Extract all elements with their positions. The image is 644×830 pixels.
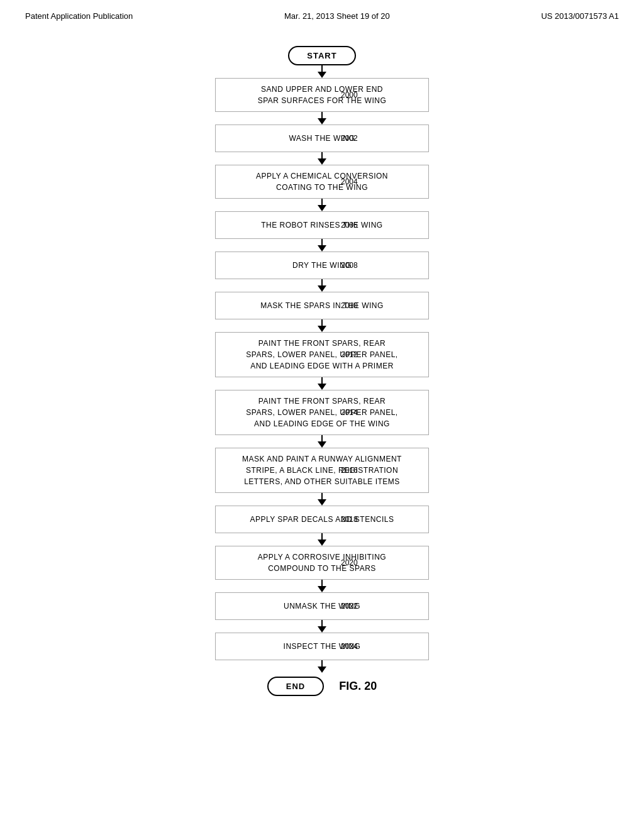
start-connector: START: [0, 46, 644, 65]
arrow-line: [321, 493, 323, 499]
arrow-head: [318, 499, 326, 506]
header-publication: Patent Application Publication: [25, 11, 133, 21]
step-id-label: 2016: [341, 466, 358, 475]
step-id-label: 2008: [341, 261, 358, 270]
arrow-line: [321, 319, 323, 326]
step-row: 2006THE ROBOT RINSES THE WING: [215, 211, 429, 239]
step-id-label: 2002: [341, 134, 358, 143]
arrow-connector: [215, 239, 429, 252]
step-id-label: 2018: [341, 515, 358, 524]
step-id-label: 2004: [341, 177, 358, 186]
arrow-connector: [215, 493, 429, 506]
arrow-connector: [215, 377, 429, 390]
end-row: ENDFIG. 20: [0, 677, 644, 696]
arrow-line: [321, 620, 323, 626]
step-box: THE ROBOT RINSES THE WING: [215, 211, 429, 239]
step-box: UNMASK THE WING: [215, 592, 429, 620]
arrow-line: [321, 533, 323, 540]
step-row: 2016MASK AND PAINT A RUNWAY ALIGNMENT ST…: [215, 448, 429, 493]
step-box: APPLY SPAR DECALS AND STENCILS: [215, 506, 429, 533]
arrow-connector: [215, 152, 429, 165]
step-row: 2014PAINT THE FRONT SPARS, REAR SPARS, L…: [215, 390, 429, 435]
flowchart: 2000SAND UPPER AND LOWER END SPAR SURFAC…: [215, 65, 429, 660]
end-oval: END: [267, 677, 324, 696]
fig-label: FIG. 20: [339, 680, 377, 693]
arrow-head: [318, 205, 326, 211]
start-oval: START: [288, 46, 355, 65]
step-box: APPLY A CHEMICAL CONVERSION COATING TO T…: [215, 165, 429, 199]
arrow-line: [321, 199, 323, 205]
arrow-head: [318, 626, 326, 633]
header-date: Mar. 21, 2013 Sheet 19 of 20: [284, 11, 390, 21]
step-box: MASK THE SPARS IN THE WING: [215, 292, 429, 319]
step-row: 2004APPLY A CHEMICAL CONVERSION COATING …: [215, 165, 429, 199]
step-row: 2008DRY THE WING: [215, 252, 429, 279]
arrow-line: [321, 152, 323, 158]
step-id-label: 2024: [341, 642, 358, 651]
arrow-line: [321, 377, 323, 384]
arrow-head: [318, 72, 326, 78]
arrow-line: [321, 435, 323, 441]
arrow-head: [318, 326, 326, 332]
step-row: 2012PAINT THE FRONT SPARS, REAR SPARS, L…: [215, 332, 429, 377]
step-row: 2022UNMASK THE WING: [215, 592, 429, 620]
step-box: PAINT THE FRONT SPARS, REAR SPARS, LOWER…: [215, 390, 429, 435]
arrow-line: [321, 279, 323, 285]
arrow-connector: [215, 435, 429, 448]
arrow-head: [318, 441, 326, 448]
step-box: APPLY A CORROSIVE INHIBITING COMPOUND TO…: [215, 546, 429, 580]
step-row: 2010MASK THE SPARS IN THE WING: [215, 292, 429, 319]
arrow-connector: [215, 580, 429, 592]
step-box: WASH THE WING: [215, 124, 429, 152]
step-box: INSPECT THE WING: [215, 633, 429, 660]
step-row: 2020APPLY A CORROSIVE INHIBITING COMPOUN…: [215, 546, 429, 580]
main-content: START 2000SAND UPPER AND LOWER END SPAR …: [0, 27, 644, 696]
step-box: MASK AND PAINT A RUNWAY ALIGNMENT STRIPE…: [215, 448, 429, 493]
step-row: 2018APPLY SPAR DECALS AND STENCILS: [215, 506, 429, 533]
step-id-label: 2012: [341, 350, 358, 359]
arrow-line: [321, 239, 323, 245]
step-row: 2000SAND UPPER AND LOWER END SPAR SURFAC…: [215, 78, 429, 112]
arrow-head: [318, 384, 326, 390]
step-box: PAINT THE FRONT SPARS, REAR SPARS, LOWER…: [215, 332, 429, 377]
step-id-label: 2006: [341, 221, 358, 230]
step-id-label: 2000: [341, 91, 358, 99]
end-section: ENDFIG. 20: [0, 660, 644, 696]
arrow-head: [318, 540, 326, 546]
step-id-label: 2010: [341, 301, 358, 310]
step-id-label: 2022: [341, 602, 358, 611]
arrow-line: [321, 65, 323, 72]
arrow-head: [318, 586, 326, 592]
arrow-connector: [215, 199, 429, 211]
step-row: 2002WASH THE WING: [215, 124, 429, 152]
arrow-head-end: [318, 667, 326, 673]
step-box: DRY THE WING: [215, 252, 429, 279]
arrow-connector: [215, 533, 429, 546]
page-header: Patent Application Publication Mar. 21, …: [0, 0, 644, 27]
arrow-head: [318, 245, 326, 252]
arrow-connector: [215, 319, 429, 332]
arrow-line: [321, 112, 323, 118]
header-patent: US 2013/0071573 A1: [541, 11, 619, 21]
step-row: 2024INSPECT THE WING: [215, 633, 429, 660]
arrow-head: [318, 285, 326, 292]
arrow-connector: [215, 112, 429, 124]
step-box: SAND UPPER AND LOWER END SPAR SURFACES F…: [215, 78, 429, 112]
arrow-line: [321, 580, 323, 586]
arrow-line-end: [321, 660, 323, 667]
step-id-label: 2014: [341, 408, 358, 417]
arrow-head: [318, 158, 326, 165]
arrow-connector: [215, 620, 429, 633]
arrow-head: [318, 118, 326, 124]
step-id-label: 2020: [341, 558, 358, 567]
arrow-connector: [215, 65, 429, 78]
arrow-connector: [215, 279, 429, 292]
